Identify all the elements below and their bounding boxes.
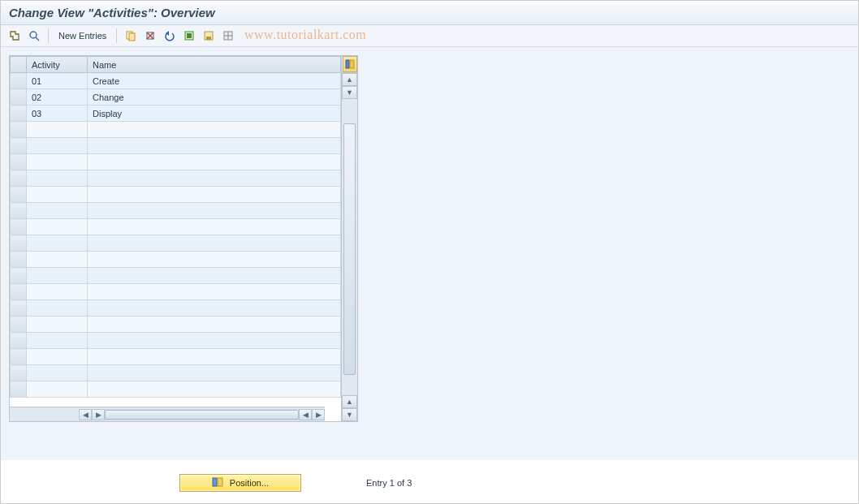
- cell-activity[interactable]: [27, 187, 88, 203]
- cell-name[interactable]: [88, 284, 341, 300]
- cell-name[interactable]: [88, 170, 341, 187]
- row-selector[interactable]: [11, 381, 27, 398]
- deselect-all-icon[interactable]: [221, 28, 235, 43]
- table-row[interactable]: [11, 219, 341, 235]
- cell-activity[interactable]: [27, 333, 88, 349]
- undo-icon[interactable]: [162, 28, 177, 43]
- cell-name[interactable]: [88, 349, 341, 365]
- cell-name[interactable]: Create: [88, 73, 341, 89]
- scroll-down-end-button[interactable]: ▼: [342, 408, 357, 421]
- h-scroll-track[interactable]: [105, 409, 299, 420]
- cell-activity[interactable]: [27, 252, 88, 268]
- cell-name[interactable]: [88, 317, 341, 333]
- row-selector[interactable]: [11, 219, 27, 235]
- table-row[interactable]: [11, 187, 341, 203]
- table-row[interactable]: [11, 284, 341, 300]
- column-activity[interactable]: Activity: [27, 57, 88, 73]
- v-scroll-thumb[interactable]: [343, 123, 356, 375]
- table-row[interactable]: [11, 300, 341, 317]
- cell-activity[interactable]: 03: [27, 106, 88, 122]
- cell-name[interactable]: Display: [88, 106, 341, 122]
- cell-name[interactable]: [88, 187, 341, 203]
- row-selector[interactable]: [11, 122, 27, 138]
- column-name[interactable]: Name: [88, 57, 341, 73]
- find-icon[interactable]: [27, 28, 41, 43]
- cell-activity[interactable]: [27, 138, 88, 154]
- table-row[interactable]: 01Create: [11, 73, 341, 89]
- delete-icon[interactable]: [143, 28, 158, 43]
- copy-icon[interactable]: [123, 28, 138, 43]
- cell-name[interactable]: [88, 154, 341, 170]
- cell-name[interactable]: [88, 138, 341, 154]
- table-row[interactable]: [11, 154, 341, 170]
- row-selector[interactable]: [11, 252, 27, 268]
- select-all-icon[interactable]: [182, 28, 196, 43]
- cell-name[interactable]: [88, 219, 341, 235]
- scroll-left-end-button[interactable]: ◀: [299, 409, 312, 420]
- row-selector[interactable]: [11, 235, 27, 252]
- position-button[interactable]: Position...: [179, 474, 301, 492]
- cell-name[interactable]: [88, 203, 341, 219]
- table-row[interactable]: [11, 138, 341, 154]
- row-selector[interactable]: [11, 106, 27, 122]
- cell-name[interactable]: [88, 252, 341, 268]
- scroll-down-button[interactable]: ▼: [342, 86, 357, 99]
- cell-activity[interactable]: [27, 203, 88, 219]
- cell-name[interactable]: [88, 333, 341, 349]
- h-scroll-thumb[interactable]: [105, 410, 299, 420]
- cell-activity[interactable]: [27, 300, 88, 317]
- cell-activity[interactable]: [27, 317, 88, 333]
- table-settings-icon[interactable]: [343, 56, 357, 72]
- cell-activity[interactable]: [27, 170, 88, 187]
- table-row[interactable]: [11, 349, 341, 365]
- cell-name[interactable]: [88, 365, 341, 381]
- cell-name[interactable]: [88, 300, 341, 317]
- cell-activity[interactable]: [27, 381, 88, 398]
- cell-name[interactable]: [88, 381, 341, 398]
- row-selector[interactable]: [11, 154, 27, 170]
- row-selector[interactable]: [11, 138, 27, 154]
- row-selector[interactable]: [11, 187, 27, 203]
- cell-activity[interactable]: [27, 154, 88, 170]
- v-scroll-track[interactable]: [342, 123, 357, 395]
- save-icon[interactable]: [201, 28, 216, 43]
- row-selector[interactable]: [11, 73, 27, 89]
- row-selector[interactable]: [11, 317, 27, 333]
- cell-activity[interactable]: 01: [27, 73, 88, 89]
- row-selector[interactable]: [11, 333, 27, 349]
- cell-name[interactable]: [88, 122, 341, 138]
- row-selector[interactable]: [11, 89, 27, 106]
- cell-activity[interactable]: 02: [27, 89, 88, 106]
- cell-name[interactable]: [88, 268, 341, 284]
- row-selector[interactable]: [11, 268, 27, 284]
- table-row[interactable]: 03Display: [11, 106, 341, 122]
- table-row[interactable]: [11, 170, 341, 187]
- table-row[interactable]: [11, 317, 341, 333]
- table-row[interactable]: [11, 122, 341, 138]
- cell-activity[interactable]: [27, 268, 88, 284]
- new-entries-button[interactable]: New Entries: [55, 29, 110, 42]
- scroll-up-button[interactable]: ▲: [342, 73, 357, 86]
- cell-activity[interactable]: [27, 349, 88, 365]
- table-row[interactable]: [11, 365, 341, 381]
- cell-activity[interactable]: [27, 235, 88, 252]
- scroll-up-end-button[interactable]: ▲: [342, 395, 357, 408]
- row-selector[interactable]: [11, 300, 27, 317]
- cell-activity[interactable]: [27, 219, 88, 235]
- row-selector[interactable]: [11, 365, 27, 381]
- select-all-header[interactable]: [11, 57, 27, 73]
- scroll-left-button[interactable]: ◀: [79, 409, 92, 420]
- table-row[interactable]: [11, 203, 341, 219]
- scroll-right-button[interactable]: ▶: [92, 409, 105, 420]
- table-row[interactable]: [11, 268, 341, 284]
- row-selector[interactable]: [11, 284, 27, 300]
- table-row[interactable]: [11, 252, 341, 268]
- scroll-right-end-button[interactable]: ▶: [312, 409, 325, 420]
- table-row[interactable]: 02Change: [11, 89, 341, 106]
- table-row[interactable]: [11, 333, 341, 349]
- row-selector[interactable]: [11, 203, 27, 219]
- row-selector[interactable]: [11, 170, 27, 187]
- row-selector[interactable]: [11, 349, 27, 365]
- cell-name[interactable]: Change: [88, 89, 341, 106]
- cell-name[interactable]: [88, 235, 341, 252]
